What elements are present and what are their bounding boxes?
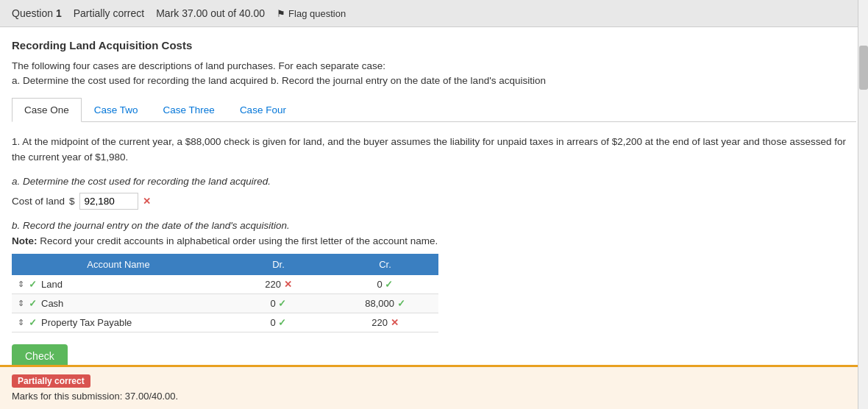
dr-value-tax: 0 [271,317,276,328]
dr-cell-tax: 0 ✓ [225,313,332,332]
scrollbar[interactable] [858,0,868,391]
note-bold: Note: [12,235,38,246]
account-cell-cash: ⇕ ✓ Cash [12,294,225,313]
case-description: 1. At the midpoint of the current year, … [12,134,856,166]
dr-value-land: 220 [265,279,281,290]
table-row: ⇕ ✓ Property Tax Payable 0 ✓ 220 ✕ [12,313,438,332]
journal-table: Account Name Dr. Cr. ⇕ ✓ Land [12,254,438,332]
cost-row: Cost of land $ ✕ [12,193,856,210]
cr-cell-land: 0 ✓ [332,275,438,294]
tab-case-three[interactable]: Case Three [151,98,227,121]
check-button[interactable]: Check [12,344,68,368]
flag-button[interactable]: ⚑ Flag question [277,8,346,19]
note-text: Record your credit accounts in alphabeti… [40,235,438,246]
account-name-cash: Cash [41,298,63,309]
result-bar: Partially correct Marks for this submiss… [0,365,868,391]
tabs-container: Case One Case Two Case Three Case Four [12,98,856,122]
question-mark: Mark 37.00 out of 40.00 [156,7,265,19]
account-check-cash: ✓ [29,298,37,309]
journal-label: b. Record the journal entry on the date … [12,220,856,231]
sort-icon[interactable]: ⇕ [18,299,24,308]
cost-label: Cost of land [12,196,65,207]
account-name-tax: Property Tax Payable [41,317,132,328]
determine-label: a. Determine the cost used for recording… [12,176,856,187]
result-text: Marks for this submission: 37.00/40.00. [12,391,856,391]
cost-incorrect-icon: ✕ [143,196,151,207]
question-number: 1 [56,7,62,19]
account-cell-land: ⇕ ✓ Land [12,275,225,294]
cr-correct-land: ✓ [385,279,393,290]
cr-cell-cash: 88,000 ✓ [332,294,438,313]
tab-case-four[interactable]: Case Four [227,98,299,121]
account-cell-tax: ⇕ ✓ Property Tax Payable [12,313,225,332]
scrollbar-thumb[interactable] [859,46,868,90]
content-area: Recording Land Acquisition Costs The fol… [0,27,868,391]
dr-correct-cash: ✓ [278,298,286,309]
dr-correct-tax: ✓ [278,317,286,328]
sort-icon[interactable]: ⇕ [18,280,24,289]
description-line2: a. Determine the cost used for recording… [12,74,856,88]
cr-incorrect-tax: ✕ [391,317,399,328]
case-one-content: 1. At the midpoint of the current year, … [12,134,856,380]
account-name-land: Land [41,279,63,290]
cr-value-tax: 220 [371,317,388,328]
col-account: Account Name [12,254,225,275]
table-row: ⇕ ✓ Land 220 ✕ 0 ✓ [12,275,438,294]
cr-correct-cash: ✓ [397,298,405,309]
cr-cell-tax: 220 ✕ [332,313,438,332]
cost-input[interactable] [79,193,138,210]
dr-cell-land: 220 ✕ [225,275,332,294]
note: Note: Record your credit accounts in alp… [12,235,856,246]
col-cr: Cr. [332,254,438,275]
dr-incorrect-land: ✕ [284,279,292,290]
col-dr: Dr. [225,254,332,275]
table-row: ⇕ ✓ Cash 0 ✓ 88,000 ✓ [12,294,438,313]
dr-value-cash: 0 [271,298,276,309]
cost-currency: $ [69,196,75,207]
question-label: Question 1 [12,7,62,19]
tab-case-one[interactable]: Case One [12,98,82,122]
tab-case-two[interactable]: Case Two [82,98,151,121]
description-line1: The following four cases are description… [12,59,856,74]
account-check-tax: ✓ [29,317,37,328]
flag-icon: ⚑ [277,8,285,19]
description: The following four cases are description… [12,59,856,89]
top-bar: Question 1 Partially correct Mark 37.00 … [0,0,868,27]
sort-icon[interactable]: ⇕ [18,318,24,327]
dr-cell-cash: 0 ✓ [225,294,332,313]
result-badge: Partially correct [12,374,90,388]
account-check-land: ✓ [29,279,37,290]
question-status: Partially correct [74,7,144,19]
cr-value-cash: 88,000 [365,298,394,309]
cr-value-land: 0 [377,279,383,290]
section-title: Recording Land Acquisition Costs [12,39,856,51]
